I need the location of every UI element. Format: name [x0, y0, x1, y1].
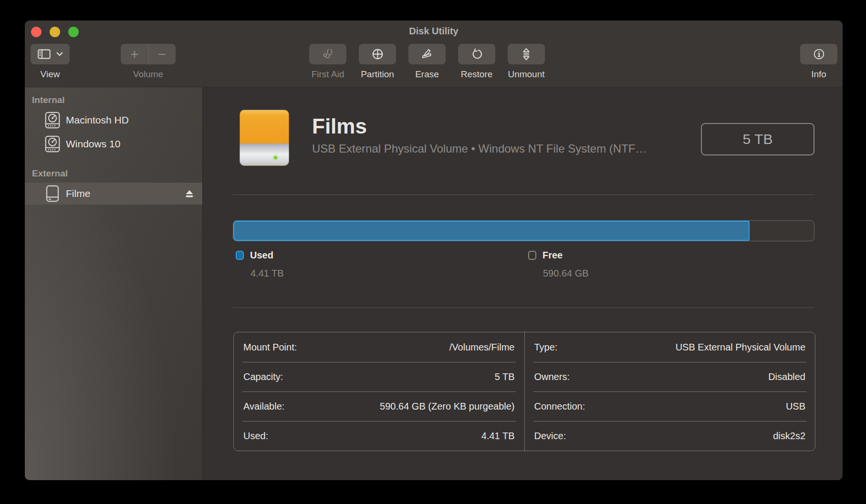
usage-bar: [233, 220, 814, 241]
volume-subtitle: USB External Physical Volume • Windows N…: [312, 142, 689, 155]
view-button[interactable]: [31, 44, 70, 64]
chevron-down-icon: [56, 52, 63, 56]
desktop-background: Disk Utility: [0, 0, 866, 504]
sidebar-item-label: Filme: [66, 188, 90, 199]
table-row: Type: USB External Physical Volume: [525, 332, 815, 362]
sidebar-section-internal: Internal: [32, 95, 202, 105]
info-label: Info: [811, 69, 826, 80]
separator: [233, 195, 814, 195]
unmount-label: Unmount: [508, 69, 544, 80]
row-label: Owners:: [534, 371, 570, 382]
sidebar-item-macintosh-hd[interactable]: Macintosh HD: [25, 108, 202, 132]
erase-button[interactable]: [408, 44, 446, 64]
main-content: Films USB External Physical Volume • Win…: [203, 87, 843, 480]
table-row: Mount Point: /Volumes/Filme: [234, 332, 524, 362]
internal-disk-icon: [44, 111, 61, 129]
external-drive-icon: [240, 110, 289, 166]
used-swatch: [236, 251, 244, 260]
table-row: Connection: USB: [525, 391, 815, 421]
separator: [233, 308, 814, 308]
table-row: Used: 4.41 TB: [234, 421, 524, 451]
unmount-eject-icon: [521, 48, 532, 61]
stethoscope-icon: [322, 48, 334, 60]
used-value: 4.41 TB: [250, 268, 284, 279]
table-row: Capacity: 5 TB: [234, 362, 524, 391]
sidebar: Internal Macintosh HD: [25, 87, 203, 480]
volume-title: Films: [312, 115, 689, 138]
sidebar-item-label: Windows 10: [66, 138, 120, 150]
info-icon: [813, 48, 825, 60]
free-label: Free: [543, 250, 563, 261]
disk-utility-window: Disk Utility: [25, 21, 843, 480]
sidebar-toggle-icon: [38, 49, 51, 59]
details-table: Mount Point: /Volumes/Filme Capacity: 5 …: [233, 332, 815, 451]
used-label: Used: [250, 250, 273, 261]
table-row: Available: 590.64 GB (Zero KB purgeable): [234, 391, 524, 421]
volume-segmented-button: + −: [121, 44, 176, 64]
row-value: 5 TB: [495, 371, 515, 382]
free-value: 590.64 GB: [543, 268, 589, 279]
legend-used: Used 4.41 TB: [236, 250, 284, 279]
add-volume-button[interactable]: +: [121, 44, 148, 64]
row-label: Type:: [534, 342, 558, 353]
row-label: Capacity:: [243, 371, 283, 382]
row-label: Connection:: [534, 401, 585, 412]
row-label: Device:: [534, 431, 566, 442]
remove-volume-button[interactable]: −: [148, 44, 176, 64]
window-title: Disk Utility: [25, 26, 843, 37]
internal-disk-icon: [44, 135, 61, 153]
view-label: View: [41, 69, 60, 80]
partition-label: Partition: [361, 69, 394, 80]
volume-label: Volume: [133, 69, 163, 80]
row-label: Mount Point:: [243, 342, 297, 353]
sidebar-item-filme[interactable]: Filme: [25, 183, 202, 205]
row-value: USB: [786, 401, 805, 412]
restore-label: Restore: [461, 69, 493, 80]
first-aid-button[interactable]: [309, 44, 346, 64]
toolbar: Disk Utility: [25, 21, 843, 87]
row-value: USB External Physical Volume: [676, 342, 805, 353]
partition-pie-icon: [372, 48, 384, 60]
first-aid-label: First Aid: [312, 69, 344, 80]
restore-button[interactable]: [458, 44, 495, 64]
row-value: Disabled: [768, 371, 805, 382]
row-value: 4.41 TB: [481, 431, 515, 442]
sidebar-item-windows-10[interactable]: Windows 10: [25, 132, 202, 156]
capacity-badge: 5 TB: [701, 123, 814, 155]
row-value: 590.64 GB (Zero KB purgeable): [380, 401, 514, 412]
usage-bar-used: [233, 221, 750, 241]
restore-arrow-icon: [471, 48, 483, 60]
unmount-button[interactable]: [508, 44, 545, 64]
eject-icon[interactable]: [184, 188, 195, 199]
sidebar-section-external: External: [32, 168, 202, 179]
info-button[interactable]: [800, 44, 837, 64]
row-label: Used:: [243, 431, 268, 442]
erase-pencil-icon: [421, 48, 433, 60]
partition-button[interactable]: [359, 44, 396, 64]
row-value: disk2s2: [773, 431, 805, 442]
drive-led-indicator: [274, 156, 277, 159]
row-value: /Volumes/Filme: [449, 342, 515, 353]
table-row: Owners: Disabled: [525, 362, 815, 391]
sidebar-item-label: Macintosh HD: [66, 114, 129, 126]
table-row: Device: disk2s2: [525, 421, 815, 451]
erase-label: Erase: [415, 69, 439, 80]
free-swatch: [528, 251, 536, 260]
legend-free: Free 590.64 GB: [528, 250, 589, 279]
external-disk-icon: [44, 185, 61, 203]
row-label: Available:: [243, 401, 284, 412]
